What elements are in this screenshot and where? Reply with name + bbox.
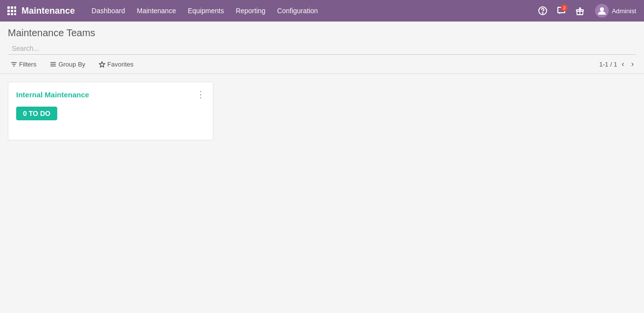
nav-dashboard[interactable]: Dashboard bbox=[87, 4, 130, 18]
svg-rect-3 bbox=[7, 10, 10, 12]
svg-rect-1 bbox=[11, 6, 13, 9]
pagination-text: 1-1 / 1 bbox=[599, 61, 617, 68]
pagination: 1-1 / 1 ‹ › bbox=[599, 59, 636, 69]
svg-rect-4 bbox=[11, 10, 13, 12]
nav-configuration[interactable]: Configuration bbox=[272, 4, 322, 18]
content-header: Maintenance Teams bbox=[0, 22, 644, 39]
groupby-button[interactable]: Group By bbox=[47, 59, 88, 69]
search-row bbox=[0, 39, 644, 57]
svg-rect-5 bbox=[14, 10, 16, 12]
card-header: Internal Maintenance ⋮ bbox=[8, 82, 213, 105]
card-title[interactable]: Internal Maintenance bbox=[16, 90, 89, 99]
svg-point-13 bbox=[600, 7, 604, 11]
svg-rect-2 bbox=[14, 6, 16, 9]
avatar bbox=[595, 4, 609, 18]
nav-reporting[interactable]: Reporting bbox=[231, 4, 271, 18]
filter-controls: Filters Group By Favorites bbox=[8, 59, 137, 69]
search-input[interactable] bbox=[8, 43, 636, 55]
user-menu-btn[interactable]: Administ bbox=[591, 2, 640, 20]
svg-rect-7 bbox=[11, 13, 13, 15]
topnav: Maintenance Dashboard Maintenance Equipm… bbox=[0, 0, 644, 22]
help-icon-btn[interactable] bbox=[535, 3, 550, 18]
cards-area: Internal Maintenance ⋮ 0 TO DO bbox=[0, 74, 644, 148]
pagination-prev[interactable]: ‹ bbox=[619, 59, 626, 69]
svg-rect-8 bbox=[14, 13, 16, 15]
chat-badge: 2 bbox=[561, 4, 568, 11]
card-context-menu-btn[interactable]: ⋮ bbox=[194, 88, 207, 101]
pagination-next[interactable]: › bbox=[629, 59, 636, 69]
gift-icon-btn[interactable] bbox=[573, 3, 587, 18]
nav-maintenance[interactable]: Maintenance bbox=[132, 4, 181, 18]
svg-point-10 bbox=[542, 13, 543, 13]
page-title: Maintenance Teams bbox=[8, 27, 95, 39]
filter-bar: Filters Group By Favorites 1-1 / 1 ‹ › bbox=[0, 57, 644, 74]
svg-marker-20 bbox=[99, 62, 105, 67]
app-title: Maintenance bbox=[22, 6, 75, 16]
filters-button[interactable]: Filters bbox=[8, 59, 39, 69]
todo-label: TO DO bbox=[29, 110, 50, 117]
card-body: 0 TO DO bbox=[8, 105, 213, 140]
topnav-right: 2 Administ bbox=[535, 2, 640, 20]
favorites-button[interactable]: Favorites bbox=[96, 59, 136, 69]
nav-equipments[interactable]: Equipments bbox=[183, 4, 229, 18]
svg-rect-0 bbox=[7, 6, 10, 9]
todo-badge[interactable]: 0 TO DO bbox=[16, 107, 57, 120]
todo-count: 0 bbox=[23, 110, 27, 117]
card-internal-maintenance: Internal Maintenance ⋮ 0 TO DO bbox=[8, 82, 213, 140]
nav-menu: Dashboard Maintenance Equipments Reporti… bbox=[87, 4, 535, 18]
svg-rect-6 bbox=[7, 13, 10, 15]
apps-icon[interactable] bbox=[4, 3, 20, 19]
user-name: Administ bbox=[612, 7, 636, 15]
chat-icon-btn[interactable]: 2 bbox=[554, 3, 569, 18]
